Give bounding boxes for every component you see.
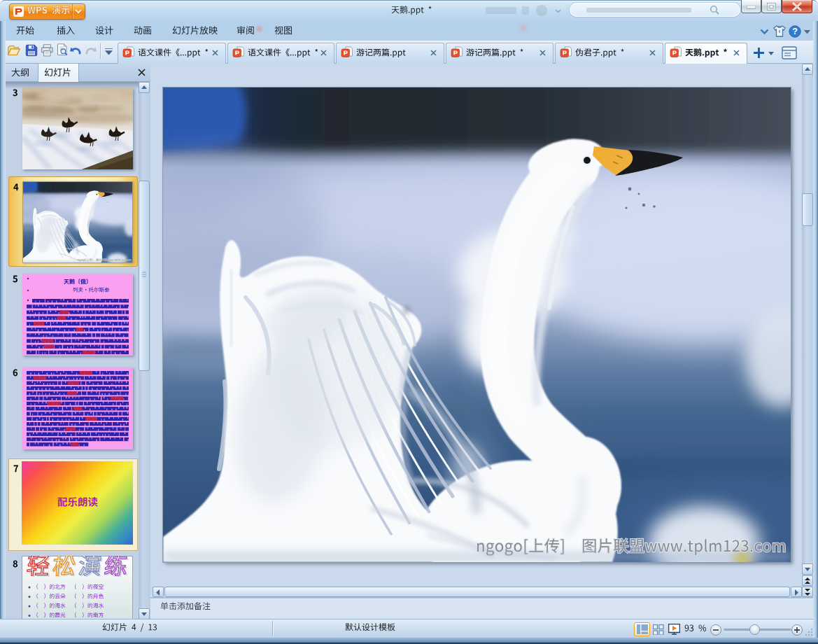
svg-text:?: ? — [792, 27, 798, 36]
